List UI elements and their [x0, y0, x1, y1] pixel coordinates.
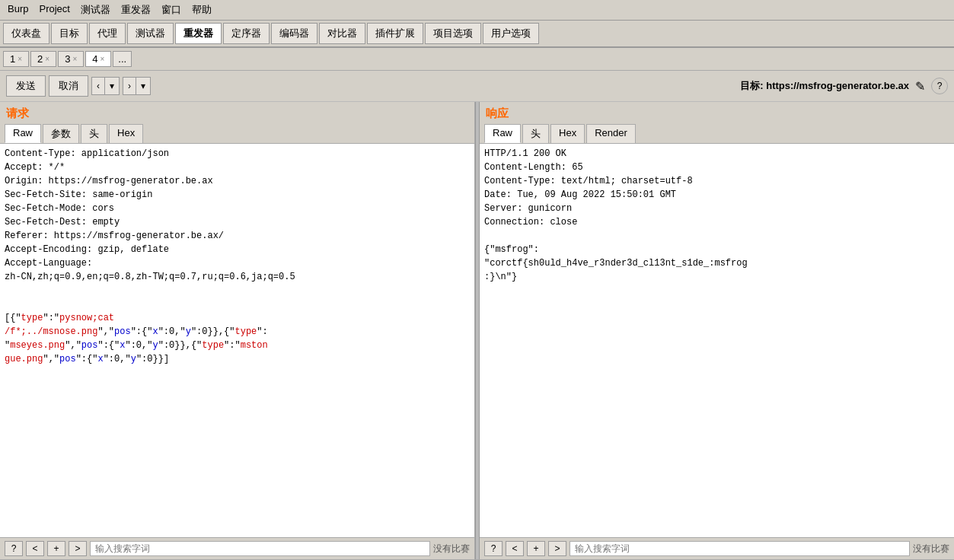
edit-target-button[interactable]: ✎ [912, 78, 928, 95]
response-search-help-button[interactable]: ? [484, 541, 503, 556]
response-search-next-button[interactable]: > [548, 541, 566, 556]
repeater-tab-more[interactable]: ... [113, 51, 132, 67]
repeater-tabs: 1 × 2 × 3 × 4 × ... [0, 48, 954, 71]
close-tab-4-icon[interactable]: × [100, 55, 104, 63]
response-line4: Date: Tue, 09 Aug 2022 15:50:01 GMT [484, 189, 676, 200]
menu-burp[interactable]: Burp [3, 2, 33, 18]
response-line1: HTTP/1.1 200 OK [484, 148, 566, 159]
tab-proxy[interactable]: 代理 [89, 23, 126, 44]
response-no-match: 没有比赛 [913, 542, 949, 555]
nav-prev-group: ‹ ▾ [91, 77, 120, 95]
toolbar: 发送 取消 ‹ ▾ › ▾ 目标: https://msfrog-generat… [0, 71, 954, 102]
tab-tester[interactable]: 测试器 [127, 23, 174, 44]
menu-project[interactable]: Project [34, 2, 74, 18]
request-json-line1: [{"type":"pysnow;cat [5, 313, 114, 323]
nav-prev-button[interactable]: ‹ [91, 77, 104, 95]
nav-next-dropdown-button[interactable]: ▾ [136, 77, 151, 95]
request-search-input[interactable] [90, 541, 430, 556]
request-search-next-button[interactable]: > [69, 541, 87, 556]
response-line10: :}\n"} [484, 272, 517, 282]
response-search-add-button[interactable]: + [527, 541, 545, 556]
request-tab-headers[interactable]: 头 [81, 124, 107, 143]
close-tab-2-icon[interactable]: × [45, 55, 49, 63]
tab-dashboard[interactable]: 仪表盘 [3, 23, 49, 44]
request-panel: 请求 Raw 参数 头 Hex Content-Type: applicatio… [0, 102, 475, 559]
request-search-prev-button[interactable]: < [26, 541, 44, 556]
nav-next-group: › ▾ [123, 77, 151, 95]
nav-prev-dropdown-button[interactable]: ▾ [104, 77, 120, 95]
response-text[interactable]: HTTP/1.1 200 OK Content-Length: 65 Conte… [480, 144, 954, 537]
request-content: Content-Type: application/json Accept: *… [0, 144, 474, 537]
tab-sequencer[interactable]: 定序器 [223, 23, 270, 44]
response-line6: Connection: close [484, 217, 577, 228]
request-json-line2: /f*;../msnose.png","pos":{"x":0,"y":0}},… [5, 326, 268, 337]
request-panel-tabs: Raw 参数 头 Hex [0, 124, 474, 144]
response-panel: 响应 Raw 头 Hex Render HTTP/1.1 200 OK Cont… [480, 102, 954, 559]
request-no-match: 没有比赛 [433, 542, 470, 555]
response-line5: Server: gunicorn [484, 203, 572, 214]
cancel-button[interactable]: 取消 [49, 75, 88, 97]
response-search-bar: ? < + > 没有比赛 [480, 537, 954, 559]
menu-window[interactable]: 窗口 [157, 2, 186, 18]
request-tab-raw[interactable]: Raw [5, 124, 41, 143]
response-tab-render[interactable]: Render [586, 124, 636, 143]
response-title: 响应 [480, 102, 954, 124]
request-json-line3: "mseyes.png","pos":{"x":0,"y":0}},{"type… [5, 340, 268, 351]
menu-tester[interactable]: 测试器 [76, 2, 115, 18]
response-panel-tabs: Raw 头 Hex Render [480, 124, 954, 144]
nav-next-button[interactable]: › [123, 77, 136, 95]
content-area: 请求 Raw 参数 头 Hex Content-Type: applicatio… [0, 102, 954, 559]
menu-resender[interactable]: 重发器 [116, 2, 155, 18]
response-tab-headers[interactable]: 头 [522, 124, 549, 143]
response-line3: Content-Type: text/html; charset=utf-8 [484, 176, 693, 186]
response-line8: {"msfrog": [484, 244, 539, 255]
repeater-tab-1[interactable]: 1 × [3, 51, 29, 67]
main-tabs: 仪表盘 目标 代理 测试器 重发器 定序器 编码器 对比器 插件扩展 项目选项 … [0, 21, 954, 48]
repeater-tab-4[interactable]: 4 × [85, 51, 111, 67]
request-search-bar: ? < + > 没有比赛 [0, 537, 474, 559]
tab-project-options[interactable]: 项目选项 [425, 23, 481, 44]
response-search-prev-button[interactable]: < [506, 541, 524, 556]
request-search-add-button[interactable]: + [47, 541, 65, 556]
response-content: HTTP/1.1 200 OK Content-Length: 65 Conte… [480, 144, 954, 537]
response-search-input[interactable] [570, 541, 910, 556]
response-line9: "corctf{sh0uld_h4ve_r3nder3d_cl13nt_s1de… [484, 258, 748, 269]
menu-help[interactable]: 帮助 [187, 2, 216, 18]
tab-encoder[interactable]: 编码器 [271, 23, 317, 44]
menu-bar: Burp Project 测试器 重发器 窗口 帮助 [0, 0, 954, 21]
request-json-line4: gue.png","pos":{"x":0,"y":0}}] [5, 354, 169, 364]
request-text[interactable]: Content-Type: application/json Accept: *… [0, 144, 474, 537]
tab-extensions[interactable]: 插件扩展 [367, 23, 423, 44]
request-headers: Content-Type: application/json Accept: *… [5, 148, 295, 282]
response-tab-raw[interactable]: Raw [484, 124, 521, 143]
tab-repeater[interactable]: 重发器 [175, 23, 222, 44]
tab-user-options[interactable]: 用户选项 [483, 23, 539, 44]
repeater-tab-2[interactable]: 2 × [30, 51, 56, 67]
request-title: 请求 [0, 102, 474, 124]
send-button[interactable]: 发送 [6, 75, 46, 97]
close-tab-1-icon[interactable]: × [18, 55, 22, 63]
tab-target[interactable]: 目标 [51, 23, 88, 44]
response-line2: Content-Length: 65 [484, 162, 583, 173]
tab-comparer[interactable]: 对比器 [319, 23, 365, 44]
response-tab-hex[interactable]: Hex [550, 124, 585, 143]
request-search-help-button[interactable]: ? [5, 541, 23, 556]
target-label: 目标: https://msfrog-generator.be.ax [740, 79, 909, 93]
target-url: https://msfrog-generator.be.ax [766, 80, 909, 91]
close-tab-3-icon[interactable]: × [72, 55, 77, 63]
request-tab-params[interactable]: 参数 [43, 124, 79, 143]
request-tab-hex[interactable]: Hex [109, 124, 143, 143]
help-button[interactable]: ? [931, 78, 948, 94]
repeater-tab-3[interactable]: 3 × [58, 51, 84, 67]
